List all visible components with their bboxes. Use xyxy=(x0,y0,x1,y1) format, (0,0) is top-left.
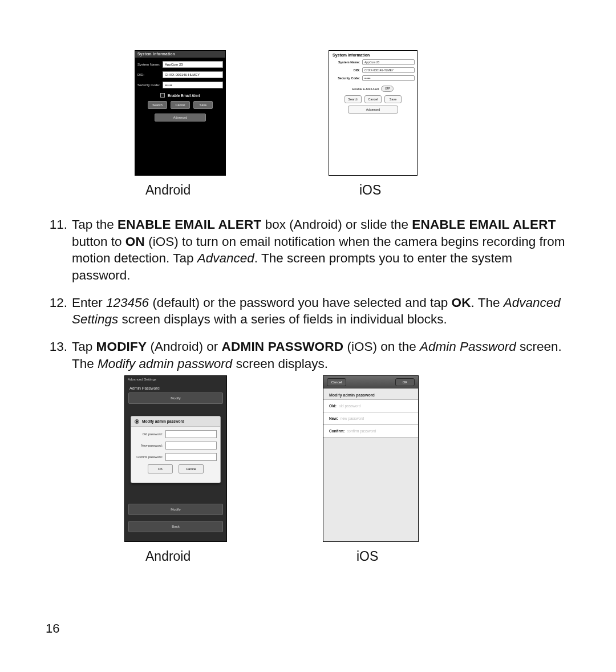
list-number: 11. xyxy=(46,216,72,284)
android-dialog-cancel-button[interactable]: Cancel xyxy=(179,464,204,473)
android-back-button[interactable]: Back xyxy=(128,521,223,532)
android-sys-did-field[interactable]: CHXX-000146-HLMEY xyxy=(163,71,223,78)
list-body: Tap MODIFY (Android) or ADMIN PASSWORD (… xyxy=(72,338,569,372)
ios-enable-email-label: Enable E-Mail Alert xyxy=(352,87,379,91)
android-sys-name-field[interactable]: AppCom 23 xyxy=(163,61,223,68)
ios-system-info-screenshot: System Information System Name:AppCom 23… xyxy=(329,50,418,176)
italic-admin-password-screen: Admin Password xyxy=(420,339,516,354)
caption-ios-1: iOS xyxy=(359,183,381,198)
ios-sys-sec-label: Security Code: xyxy=(331,76,362,80)
ios-new-password-row[interactable]: New: new password xyxy=(323,412,418,425)
list-body: Tap the ENABLE EMAIL ALERT box (Android)… xyxy=(72,216,569,284)
android-sys-sec-label: Security Code: xyxy=(137,83,163,87)
ios-enable-email-toggle[interactable]: OFF xyxy=(381,86,394,92)
android-modify-password-screenshot: Advanced Settings Admin Password Modify … xyxy=(124,375,227,542)
ios-sys-title: System Information xyxy=(329,51,417,58)
android-confirm-password-label: Confirm password: xyxy=(135,455,165,459)
ios-sys-did-field[interactable]: CHXX-000146-HLMEY xyxy=(362,67,415,73)
ios-cancel-button[interactable]: Cancel xyxy=(327,378,346,386)
android-modify-password-dialog: Modify admin password Old password: New … xyxy=(131,416,221,483)
ios-new-password-placeholder: new password xyxy=(341,416,364,420)
ios-confirm-password-placeholder: confirm password xyxy=(347,429,376,433)
strong-on: ON xyxy=(125,234,145,249)
android-sys-title: System Information xyxy=(137,52,175,56)
ios-pw-heading: Modify admin password xyxy=(323,388,418,399)
android-new-password-field[interactable] xyxy=(165,442,217,450)
page-number: 16 xyxy=(46,621,59,636)
list-number: 12. xyxy=(46,294,72,328)
android-system-info-screenshot: System Information System Name: AppCom 2… xyxy=(135,50,226,176)
ios-navbar: Cancel OK xyxy=(323,376,418,388)
strong-admin-password: ADMIN PASSWORD xyxy=(222,339,344,354)
italic-advanced: Advanced xyxy=(197,251,254,265)
ios-pw-list: Old: old password New: new password Conf… xyxy=(323,399,418,438)
ios-modify-password-screenshot: Cancel OK Modify admin password Old: old… xyxy=(323,375,419,542)
android-dialog-ok-button[interactable]: OK xyxy=(148,464,173,473)
android-old-password-label: Old password: xyxy=(135,432,165,436)
ios-old-password-placeholder: old password xyxy=(339,404,360,408)
android-enable-email-checkbox[interactable] xyxy=(160,93,165,98)
android-modify-button-2[interactable]: Modify xyxy=(128,504,223,515)
ios-search-button[interactable]: Search xyxy=(345,95,362,103)
android-old-password-field[interactable] xyxy=(165,430,217,438)
strong-ok: OK xyxy=(451,295,471,310)
caption-android-1: Android xyxy=(145,183,191,198)
list-item-12: 12. Enter 123456 (default) or the passwo… xyxy=(46,294,569,328)
android-save-button[interactable]: Save xyxy=(193,101,213,109)
ios-new-password-label: New: xyxy=(329,416,338,420)
ios-save-button[interactable]: Save xyxy=(384,95,402,103)
radio-icon xyxy=(135,419,139,424)
android-confirm-password-field[interactable] xyxy=(165,453,217,461)
ios-sys-name-field[interactable]: AppCom 23 xyxy=(362,59,415,65)
ios-old-password-label: Old: xyxy=(329,404,337,408)
ios-sys-did-label: DID: xyxy=(331,68,362,72)
android-sys-did-label: DID: xyxy=(137,73,163,76)
ios-sys-sec-field[interactable]: •••••• xyxy=(362,75,415,81)
android-dialog-title: Modify admin password xyxy=(142,419,184,423)
caption-ios-2: iOS xyxy=(356,549,378,564)
page: { "captions": { "android": "Android", "i… xyxy=(0,0,616,672)
android-pw-section-label: Admin Password xyxy=(128,386,223,392)
list-body: Enter 123456 (default) or the password y… xyxy=(72,294,569,328)
ios-ok-button[interactable]: OK xyxy=(395,378,415,386)
italic-default-password: 123456 xyxy=(106,295,149,310)
ios-cancel-button[interactable]: Cancel xyxy=(364,95,382,103)
ios-confirm-password-row[interactable]: Confirm: confirm password xyxy=(323,425,418,438)
strong-enable-email-alert: ENABLE EMAIL ALERT xyxy=(117,217,261,232)
caption-android-2: Android xyxy=(145,549,191,564)
android-cancel-button[interactable]: Cancel xyxy=(171,101,190,109)
ios-old-password-row[interactable]: Old: old password xyxy=(323,400,418,412)
list-item-13: 13. Tap MODIFY (Android) or ADMIN PASSWO… xyxy=(46,338,569,372)
android-sys-name-label: System Name: xyxy=(137,63,163,66)
android-modify-button[interactable]: Modify xyxy=(128,392,223,404)
ios-advanced-button[interactable]: Advanced xyxy=(348,106,398,114)
strong-enable-email-alert-2: ENABLE EMAIL ALERT xyxy=(412,217,556,232)
android-sys-sec-field[interactable]: •••••• xyxy=(163,82,223,88)
android-search-button[interactable]: Search xyxy=(148,101,167,109)
italic-modify-admin-password: Modify admin password xyxy=(98,357,232,371)
android-enable-email-label: Enable Email Alert xyxy=(168,94,200,98)
android-advanced-button[interactable]: Advanced xyxy=(155,114,206,122)
strong-modify: MODIFY xyxy=(96,339,147,354)
list-item-11: 11. Tap the ENABLE EMAIL ALERT box (Andr… xyxy=(46,216,569,284)
list-number: 13. xyxy=(46,338,72,372)
instruction-list: 11. Tap the ENABLE EMAIL ALERT box (Andr… xyxy=(46,206,569,373)
android-pw-screen-title: Advanced Settings xyxy=(125,376,226,383)
ios-sys-name-label: System Name: xyxy=(331,60,362,64)
android-new-password-label: New password: xyxy=(135,444,165,447)
ios-confirm-password-label: Confirm: xyxy=(329,429,345,433)
